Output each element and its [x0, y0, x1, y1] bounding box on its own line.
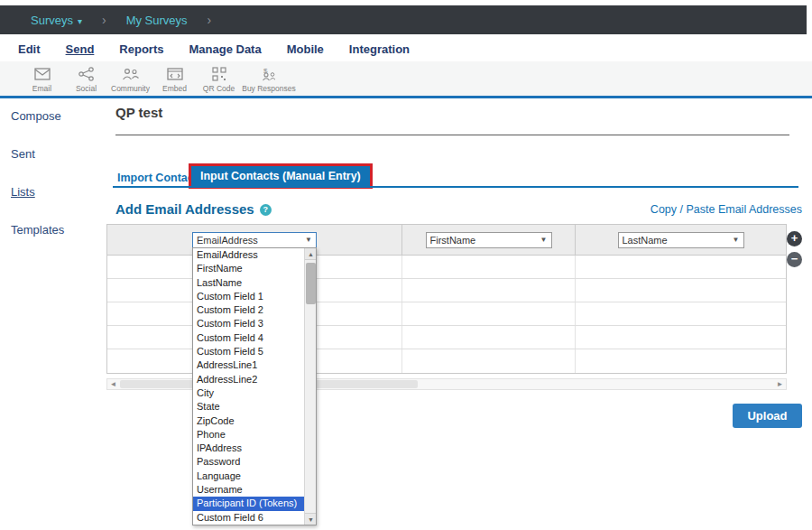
dropdown-option[interactable]: Language [193, 470, 316, 483]
tool-buy-responses[interactable]: $ Buy Responses [241, 61, 297, 93]
tool-label: Embed [162, 84, 187, 93]
survey-title: QP test [115, 105, 162, 120]
tool-social[interactable]: Social [64, 61, 108, 93]
table-cell[interactable] [576, 279, 786, 302]
scroll-left-arrow-icon[interactable]: ◄ [107, 379, 119, 389]
chevron-down-icon: ▾ [78, 16, 82, 26]
scroll-down-arrow-icon[interactable]: ▼ [305, 513, 317, 525]
tool-embed[interactable]: Embed [152, 61, 197, 93]
help-icon[interactable]: ? [260, 204, 272, 216]
table-cell[interactable] [402, 326, 576, 349]
dropdown-option[interactable]: Phone [193, 428, 316, 442]
tool-label: Buy Responses [242, 84, 296, 93]
menu-manage-data[interactable]: Manage Data [189, 42, 261, 56]
table-cell[interactable] [402, 302, 576, 325]
send-toolbar: Email Social Community Embed QR Code [0, 61, 812, 98]
sidebar-item-sent[interactable]: Sent [0, 139, 108, 169]
menu-integration[interactable]: Integration [349, 42, 410, 56]
tool-qr-code[interactable]: QR Code [197, 61, 241, 93]
menu-reports[interactable]: Reports [119, 42, 163, 56]
dropdown-option[interactable]: AddressLine2 [193, 373, 316, 386]
scroll-right-arrow-icon[interactable]: ► [774, 379, 786, 389]
dropdown-option[interactable]: Custom Field 6 [193, 511, 316, 525]
dropdown-scrollbar[interactable]: ▲ ▼ [304, 248, 316, 525]
table-cell[interactable] [402, 349, 576, 373]
dropdown-scrollbar-thumb[interactable] [306, 263, 316, 304]
dropdown-option[interactable]: State [193, 400, 316, 414]
dropdown-option[interactable]: LastName [193, 276, 316, 290]
firstname-column-select[interactable]: FirstName ▼ [426, 232, 552, 248]
sidebar-item-templates[interactable]: Templates [0, 215, 108, 245]
breadcrumb-my-surveys[interactable]: My Surveys [126, 14, 188, 27]
menu-send[interactable]: Send [66, 42, 95, 56]
dropdown-option[interactable]: Custom Field 1 [193, 290, 316, 303]
breadcrumb-chevron-icon: › [102, 13, 106, 27]
section-title: Add Email Addresses? [115, 201, 272, 217]
select-value: FirstName [430, 235, 476, 246]
email-icon [33, 65, 51, 82]
dropdown-option-highlighted[interactable]: Participant ID (Tokens) [193, 497, 316, 510]
topbar: Surveys▾ › My Surveys › [0, 5, 807, 34]
surveys-menu-label: Surveys [31, 14, 73, 27]
select-value: LastName [623, 235, 668, 246]
community-icon [121, 65, 141, 82]
dropdown-option[interactable]: FirstName [193, 262, 316, 275]
main-menubar: Edit Send Reports Manage Data Mobile Int… [0, 36, 812, 61]
sidebar-item-compose[interactable]: Compose [0, 101, 108, 131]
breadcrumb-chevron-icon: › [208, 13, 212, 27]
social-icon [78, 65, 96, 82]
header-cell-lastname: LastName ▼ [576, 225, 786, 255]
scroll-up-arrow-icon[interactable]: ▲ [305, 248, 317, 260]
surveys-menu[interactable]: Surveys▾ [31, 14, 82, 27]
table-cell[interactable] [576, 349, 786, 373]
upload-button[interactable]: Upload [733, 404, 802, 428]
sidebar: Compose Sent Lists Templates [0, 101, 108, 253]
embed-icon [166, 65, 184, 82]
dropdown-option[interactable]: IPAddress [193, 442, 316, 455]
section-title-text: Add Email Addresses [115, 201, 254, 217]
header-cell-firstname: FirstName ▼ [402, 225, 576, 255]
dropdown-option[interactable]: Custom Field 4 [193, 331, 316, 345]
table-cell[interactable] [576, 302, 786, 325]
remove-column-button[interactable]: − [787, 252, 802, 267]
email-column-select[interactable]: EmailAddress ▼ [192, 232, 317, 248]
dropdown-option[interactable]: EmailAddress [193, 248, 316, 262]
tool-email[interactable]: Email [20, 61, 64, 93]
dropdown-option[interactable]: Username [193, 483, 316, 497]
tool-label: QR Code [203, 84, 235, 93]
chevron-down-icon: ▼ [540, 236, 548, 244]
dropdown-option[interactable]: AddressLine1 [193, 358, 316, 372]
dropdown-option[interactable]: Password [193, 455, 316, 469]
dropdown-option[interactable]: Custom Field 3 [193, 317, 316, 330]
select-value: EmailAddress [197, 235, 258, 246]
buy-responses-icon: $ [258, 65, 280, 82]
dropdown-option[interactable]: Custom Field 2 [193, 303, 316, 317]
table-cell[interactable] [402, 279, 576, 302]
table-cell[interactable] [576, 256, 786, 278]
chevron-down-icon: ▼ [305, 236, 312, 244]
menu-edit[interactable]: Edit [18, 42, 41, 56]
sidebar-item-lists[interactable]: Lists [0, 177, 108, 207]
column-field-dropdown: EmailAddress FirstName LastName Custom F… [192, 247, 317, 525]
dropdown-option[interactable]: City [193, 386, 316, 400]
app-window: Surveys▾ › My Surveys › Edit Send Report… [0, 0, 812, 530]
tool-community[interactable]: Community [108, 61, 152, 93]
chevron-down-icon: ▼ [733, 236, 740, 244]
dropdown-option[interactable]: Custom Field 5 [193, 345, 316, 358]
copy-paste-email-link[interactable]: Copy / Paste Email Addresses [651, 203, 802, 216]
tab-input-contacts-manual[interactable]: Input Contacts (Manual Entry) [191, 166, 370, 186]
dropdown-option[interactable]: ZipCode [193, 414, 316, 428]
tool-label: Social [76, 84, 97, 93]
title-underline [115, 135, 789, 135]
table-cell[interactable] [576, 326, 786, 349]
table-cell[interactable] [402, 256, 576, 278]
tool-label: Community [111, 84, 150, 93]
qr-code-icon [211, 65, 227, 82]
lastname-column-select[interactable]: LastName ▼ [618, 232, 744, 248]
add-column-button[interactable]: + [787, 231, 802, 246]
menu-mobile[interactable]: Mobile [287, 42, 324, 56]
tabs-underline [113, 186, 798, 188]
tool-label: Email [32, 84, 51, 93]
